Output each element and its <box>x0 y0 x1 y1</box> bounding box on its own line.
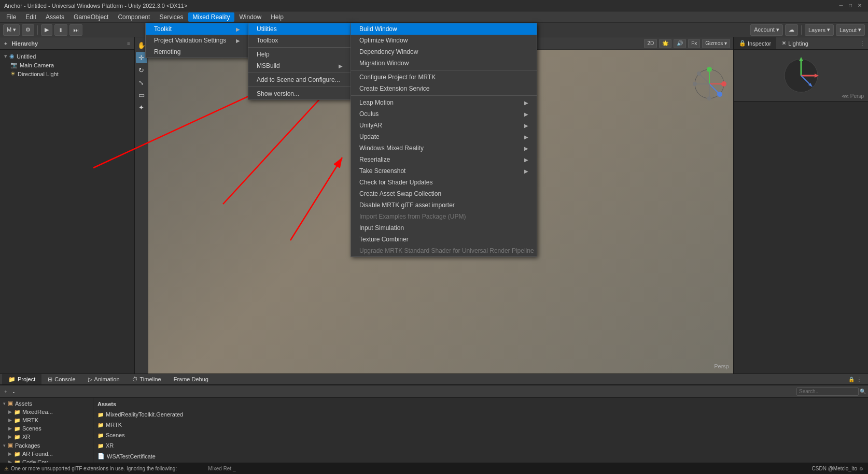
menu-component[interactable]: Component <box>114 12 154 22</box>
menu-item-toolbox[interactable]: Toolbox <box>248 35 351 46</box>
assets-tree-packages[interactable]: ▾ ▣ Packages <box>1 441 92 450</box>
menu-item-create-extension[interactable]: Create Extension Service <box>351 83 537 94</box>
tool-scale[interactable]: ⤡ <box>136 77 147 88</box>
menu-item-help[interactable]: Help <box>248 49 351 60</box>
menu-item-texture-combiner[interactable]: Texture Combiner <box>351 234 537 245</box>
persp-label: Persp <box>714 363 729 369</box>
menu-item-optimize-window[interactable]: Optimize Window <box>351 35 537 46</box>
menu-item-reserialize[interactable]: Reserialize ▶ <box>351 154 537 165</box>
hierarchy-add-btn[interactable]: + <box>4 40 7 47</box>
menu-help[interactable]: Help <box>267 12 288 22</box>
menu-window[interactable]: Window <box>235 12 266 22</box>
assets-tree-assets[interactable]: ▾ ▣ Assets <box>1 399 92 408</box>
menu-item-utilities[interactable]: Utilities <box>248 23 351 35</box>
tab-animation[interactable]: ▷ Animation <box>82 374 126 384</box>
content-folder-1-icon: 📁 <box>97 412 104 418</box>
toolbar-layout-button[interactable]: Layout ▾ <box>836 24 865 36</box>
toolbar-cloud-button[interactable]: ☁ <box>785 24 798 36</box>
hierarchy-options[interactable]: ≡ <box>127 40 130 46</box>
menu-item-input-simulation[interactable]: Input Simulation <box>351 222 537 234</box>
scene-btn-light[interactable]: 🌟 <box>659 39 671 48</box>
assets-panel-lock[interactable]: 🔒 <box>848 377 855 382</box>
assets-search-input[interactable] <box>796 387 859 396</box>
tool-rotate[interactable]: ↻ <box>136 64 147 76</box>
menu-item-asset-swap[interactable]: Create Asset Swap Collection <box>351 188 537 199</box>
scene-btn-audio[interactable]: 🔊 <box>674 39 686 48</box>
menu-item-add-to-scene[interactable]: Add to Scene and Configure... <box>248 74 351 85</box>
menu-item-configure-project[interactable]: Configure Project for MRTK <box>351 71 537 83</box>
assets-tree-scenes[interactable]: ▶ 📁 Scenes <box>1 424 92 433</box>
content-item-mrtk[interactable]: 📁 MRTK <box>95 421 866 429</box>
right-panel-options[interactable]: ⋮ <box>857 40 868 46</box>
input-simulation-label: Input Simulation <box>359 224 404 232</box>
assets-panel-options[interactable]: ⋮ <box>857 377 862 382</box>
tool-rect[interactable]: ▭ <box>136 89 147 100</box>
tab-lighting[interactable]: ☀ Lighting <box>776 37 814 49</box>
close-button[interactable]: ✕ <box>856 2 864 10</box>
menu-item-leap-motion[interactable]: Leap Motion ▶ <box>351 97 537 108</box>
tab-timeline[interactable]: ⏱ Timeline <box>126 374 167 384</box>
toolbar-play-button[interactable]: ▶ <box>41 24 52 36</box>
content-folder-3-icon: 📁 <box>97 433 104 438</box>
tab-frame-debug[interactable]: Frame Debug <box>167 374 215 384</box>
packages-label: Packages <box>15 442 40 449</box>
menu-item-remoting[interactable]: Remoting <box>146 46 248 58</box>
scene-btn-2d[interactable]: 2D <box>644 39 657 48</box>
menu-item-unityar[interactable]: UnityAR ▶ <box>351 120 537 131</box>
gizmo-svg <box>689 63 730 105</box>
assets-tree-mixedrea[interactable]: ▶ 📁 MixedRea... <box>1 408 92 416</box>
toolbar-m-button[interactable]: M ▾ <box>3 24 20 36</box>
menu-item-build-window[interactable]: Build Window <box>351 23 537 35</box>
tool-transform[interactable]: ✦ <box>136 102 147 113</box>
assets-options-btn[interactable]: - <box>10 388 17 395</box>
hierarchy-label-untitled: Untitled <box>17 53 36 60</box>
menu-item-dependency-window[interactable]: Dependency Window <box>351 46 537 58</box>
toolbar-step-button[interactable]: ⏭ <box>69 24 82 36</box>
menu-item-migration-window[interactable]: Migration Window <box>351 58 537 69</box>
toolbar-pause-button[interactable]: ⏸ <box>54 24 67 36</box>
toolbar-gear-button[interactable]: ⚙ <box>22 24 34 36</box>
minimize-button[interactable]: ─ <box>837 2 845 10</box>
menu-item-oculus[interactable]: Oculus ▶ <box>351 108 537 120</box>
assets-tree-xr[interactable]: ▶ 📁 XR <box>1 433 92 441</box>
scene-btn-gizmos[interactable]: Gizmos ▾ <box>702 39 730 48</box>
content-item-cert[interactable]: 📄 WSATestCertificate <box>95 452 866 461</box>
menu-item-project-validation[interactable]: Project Validation Settings ▶ <box>146 35 248 46</box>
menu-item-check-shaders[interactable]: Check for Shader Updates <box>351 177 537 188</box>
assets-tree-ar[interactable]: ▶ 📁 AR Found... <box>1 450 92 458</box>
hierarchy-item-light[interactable]: ☀ Directional Light <box>2 69 132 78</box>
content-item-mrtk-gen[interactable]: 📁 MixedRealityToolkit.Generated <box>95 410 866 419</box>
mixed-reality-menu: Toolkit ▶ Project Validation Settings ▶ … <box>145 23 249 58</box>
upgrade-shader-label: Upgrade MRTK Standard Shader for Univers… <box>359 247 534 254</box>
menu-item-windows-mr[interactable]: Windows Mixed Reality ▶ <box>351 142 537 154</box>
tab-inspector[interactable]: 🔒 Inspector <box>734 37 776 49</box>
assets-tree-mrtk[interactable]: ▶ 📁 MRTK <box>1 416 92 424</box>
content-item-scenes[interactable]: 📁 Scenes <box>95 431 866 439</box>
search-icon[interactable]: 🔍 <box>860 389 866 394</box>
assets-add-btn[interactable]: + <box>2 388 9 395</box>
menu-item-show-version[interactable]: Show version... <box>248 88 351 99</box>
maximize-button[interactable]: □ <box>846 2 855 10</box>
menu-item-update[interactable]: Update ▶ <box>351 131 537 142</box>
assets-tree-codecov[interactable]: ▶ 📁 Code Cov... <box>1 458 92 463</box>
hierarchy-item-untitled[interactable]: ▾ ◉ Untitled <box>2 52 132 61</box>
tab-project[interactable]: 📁 Project <box>2 374 41 384</box>
hierarchy-item-camera[interactable]: 📷 Main Camera <box>2 61 132 69</box>
menu-edit[interactable]: Edit <box>21 12 40 22</box>
right-panel-tabs: 🔒 Inspector ☀ Lighting ⋮ <box>734 37 868 50</box>
menu-file[interactable]: File <box>2 12 20 22</box>
tab-console[interactable]: ⊞ Console <box>41 374 81 384</box>
scene-btn-fx[interactable]: Fx <box>688 39 700 48</box>
toolbox-label: Toolbox <box>257 37 278 44</box>
menu-item-msbuild[interactable]: MSBuild ▶ <box>248 60 351 71</box>
content-item-xr[interactable]: 📁 XR <box>95 441 866 450</box>
menu-gameobject[interactable]: GameObject <box>69 12 113 22</box>
menu-item-toolkit[interactable]: Toolkit ▶ <box>146 23 248 35</box>
menu-mixed-reality[interactable]: Mixed Reality <box>188 12 234 22</box>
menu-item-take-screenshot[interactable]: Take Screenshot ▶ <box>351 165 537 177</box>
menu-item-disable-gltf[interactable]: Disable MRTK glTF asset importer <box>351 199 537 211</box>
toolbar-account-button[interactable]: Account ▾ <box>750 24 783 36</box>
menu-services[interactable]: Services <box>155 12 187 22</box>
toolbar-layers-button[interactable]: Layers ▾ <box>805 24 834 36</box>
menu-assets[interactable]: Assets <box>41 12 68 22</box>
